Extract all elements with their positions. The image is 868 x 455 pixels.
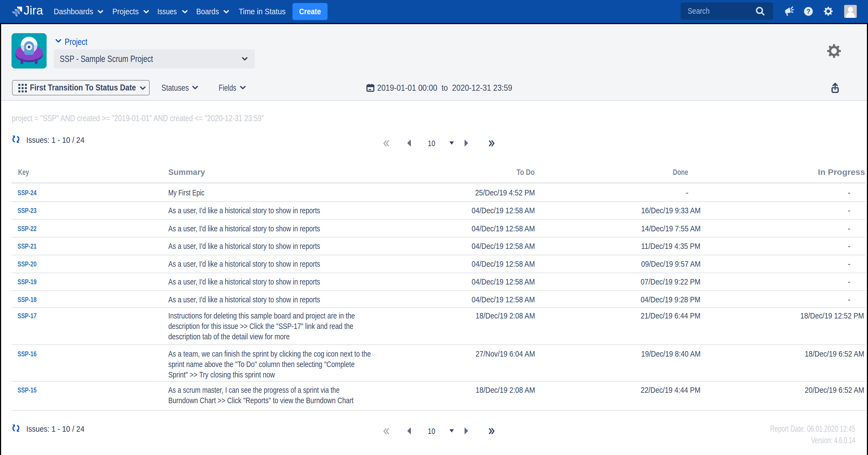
svg-text:?: ? (806, 8, 810, 15)
